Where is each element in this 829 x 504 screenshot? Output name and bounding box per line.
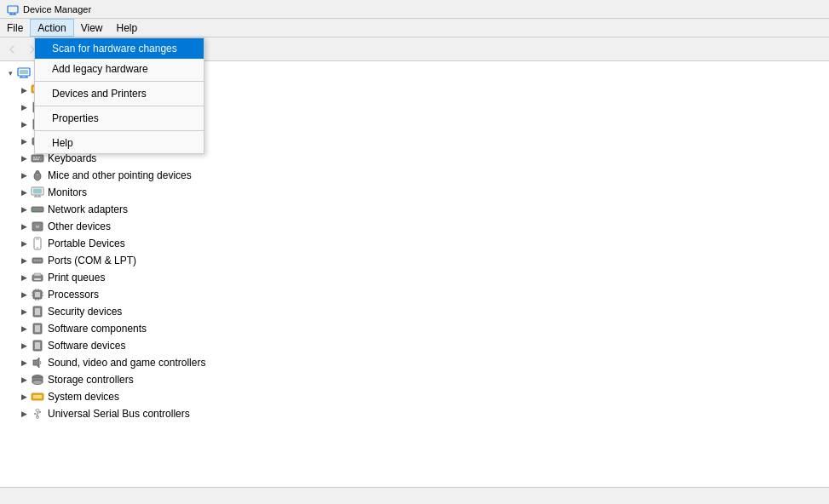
software-components-toggle[interactable]: ▶ [17,322,31,335]
svg-rect-75 [35,342,40,349]
tree-item-software-devices[interactable]: ▶ Software devices [0,337,829,354]
portable-devices-icon [31,237,44,250]
sound-video-toggle[interactable]: ▶ [17,356,31,369]
dropdown-separator-1 [35,81,204,82]
system-devices-toggle[interactable]: ▶ [17,390,31,404]
dropdown-add-legacy[interactable]: Add legacy hardware [35,59,204,79]
ports-label: Ports (COM & LPT) [48,255,136,266]
svg-rect-14 [20,70,28,74]
mice-label: Mice and other pointing devices [48,169,192,181]
svg-point-86 [39,411,41,413]
security-devices-toggle[interactable]: ▶ [17,305,31,318]
human-interface-toggle[interactable]: ▶ [17,117,31,131]
processors-toggle[interactable]: ▶ [17,288,31,301]
svg-marker-76 [33,358,39,368]
processors-label: Processors [48,289,99,301]
tree-item-software-components[interactable]: ▶ Software components [0,320,829,337]
display-adapters-toggle[interactable]: ▶ [17,83,31,97]
monitors-toggle[interactable]: ▶ [17,186,31,199]
print-queues-toggle[interactable]: ▶ [17,271,31,284]
svg-rect-61 [35,292,40,297]
tree-item-system-devices[interactable]: ▶ System devices [0,388,829,405]
svg-point-44 [36,209,37,210]
status-bar [0,487,829,504]
svg-rect-38 [33,189,42,194]
usb-controllers-toggle[interactable]: ▶ [17,407,31,421]
tree-item-storage-controllers[interactable]: ▶ Storage controllers [0,371,829,388]
keyboards-label: Keyboards [48,152,96,164]
svg-rect-29 [32,155,43,162]
svg-rect-33 [33,159,39,161]
mice-toggle[interactable]: ▶ [17,169,31,182]
other-devices-toggle[interactable]: ▶ [17,220,31,233]
software-devices-toggle[interactable]: ▶ [17,339,31,352]
dropdown-properties[interactable]: Properties [35,108,204,129]
monitors-icon [31,186,44,199]
tree-item-other-devices[interactable]: ▶ ? Other devices [0,218,829,235]
svg-rect-81 [33,395,42,398]
svg-rect-73 [35,325,40,332]
tree-item-mice[interactable]: ▶ Mice and other pointing devices [0,167,829,184]
svg-rect-32 [38,157,40,158]
dropdown-help[interactable]: Help [35,133,204,153]
storage-controllers-label: Storage controllers [48,374,134,386]
sound-video-icon [31,356,44,369]
network-adapters-toggle[interactable]: ▶ [17,203,31,216]
software-components-icon [31,322,44,335]
svg-rect-0 [8,6,18,13]
portable-devices-label: Portable Devices [48,238,125,249]
tree-item-print-queues[interactable]: ▶ Print queues [0,269,829,286]
print-queues-label: Print queues [48,272,105,284]
menu-action[interactable]: Action [30,19,73,37]
usb-controllers-icon [31,407,44,421]
network-adapters-icon [31,203,44,216]
toolbar-back-button[interactable] [2,39,22,60]
svg-text:?: ? [37,224,39,229]
menu-file[interactable]: File [0,19,30,37]
computer-icon [17,66,31,80]
other-devices-icon: ? [31,220,44,233]
svg-rect-30 [33,157,35,158]
software-components-label: Software components [48,323,147,335]
system-devices-label: System devices [48,391,119,403]
dropdown-scan-hardware[interactable]: Scan for hardware changes [35,38,204,59]
root-toggle[interactable]: ▾ [3,66,17,80]
tree-item-security-devices[interactable]: ▶ Security devices [0,303,829,320]
svg-point-52 [37,247,38,249]
menu-bar: File Action View Help Scan for hardware … [0,19,829,37]
svg-rect-58 [34,273,41,276]
app-icon [7,3,19,15]
svg-rect-31 [36,157,37,158]
tree-item-monitors[interactable]: ▶ Monitors [0,184,829,201]
app-title: Device Manager [23,4,91,14]
tree-item-ports[interactable]: ▶ Ports (COM & LPT) [0,252,829,269]
storage-controllers-toggle[interactable]: ▶ [17,373,31,387]
ports-toggle[interactable]: ▶ [17,254,31,267]
svg-point-36 [36,171,39,174]
storage-controllers-icon [31,373,44,387]
ports-icon [31,254,44,267]
tree-item-sound-video[interactable]: ▶ Sound, video and game controllers [0,354,829,371]
menu-view[interactable]: View [74,19,110,37]
dropdown-devices-printers[interactable]: Devices and Printers [35,83,204,104]
title-bar: Device Manager [0,0,829,19]
menu-help[interactable]: Help [110,19,145,37]
keyboards-toggle[interactable]: ▶ [17,152,31,165]
firmware-toggle[interactable]: ▶ [17,100,31,114]
print-queues-icon [31,271,44,284]
sound-video-label: Sound, video and game controllers [48,357,205,369]
svg-rect-59 [34,278,41,280]
security-devices-icon [31,305,44,318]
svg-point-46 [41,209,43,210]
tree-item-portable-devices[interactable]: ▶ Portable Devices [0,235,829,252]
monitors-label: Monitors [48,186,87,198]
tree-item-processors[interactable]: ▶ Processors [0,286,829,303]
svg-point-79 [32,381,43,385]
portable-devices-toggle[interactable]: ▶ [17,237,31,250]
tree-item-network-adapters[interactable]: ▶ Network adapters [0,201,829,218]
svg-point-43 [33,209,35,210]
ide-controllers-toggle[interactable]: ▶ [17,135,31,148]
mice-icon [31,169,44,182]
usb-controllers-label: Universal Serial Bus controllers [48,408,190,420]
tree-item-usb-controllers[interactable]: ▶ Universal Serial Bus controllers [0,405,829,422]
